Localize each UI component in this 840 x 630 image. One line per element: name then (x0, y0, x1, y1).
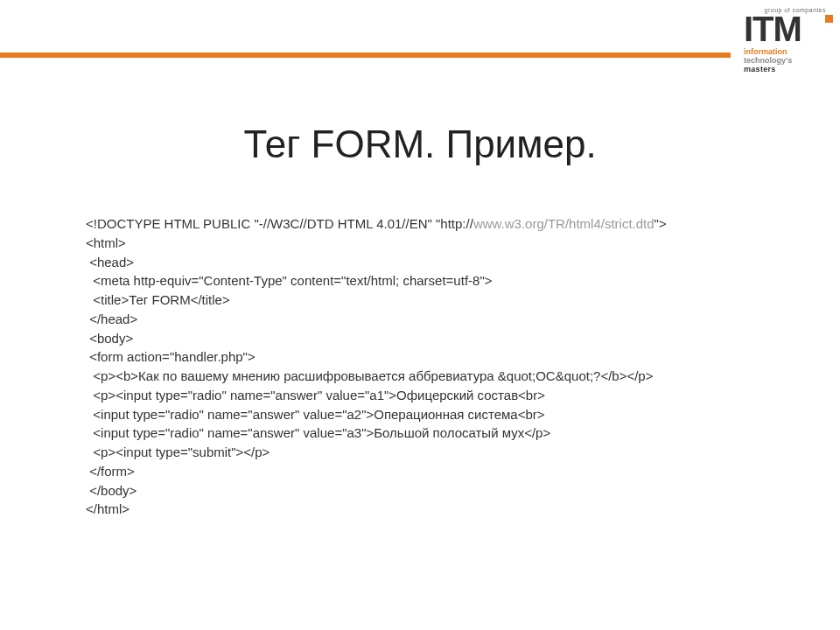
code-line: <!DOCTYPE HTML PUBLIC "-//W3C//DTD HTML … (86, 214, 786, 234)
code-line: </head> (86, 310, 786, 329)
logo: group of companies ITM information techn… (744, 7, 831, 74)
code-block: <!DOCTYPE HTML PUBLIC "-//W3C//DTD HTML … (86, 214, 786, 519)
code-line: </body> (86, 481, 786, 500)
code-line: <input type="radio" name="answer" value=… (86, 405, 786, 424)
code-line: <meta http-equiv="Content-Type" content=… (86, 271, 786, 290)
logo-sub-line3: masters (744, 66, 831, 74)
code-line: <body> (86, 329, 786, 348)
code-line: <p><input type="radio" name="answer" val… (86, 386, 786, 405)
code-line: <title>Тег FORM</title> (86, 290, 786, 310)
code-line: <head> (86, 253, 786, 272)
code-line: <p><b>Как по вашему мнению расшифровывае… (86, 367, 786, 386)
code-line: <input type="radio" name="answer" value=… (86, 424, 786, 443)
logo-brand: ITM (744, 11, 831, 46)
code-line: </form> (86, 462, 786, 481)
code-line: </html> (86, 500, 786, 519)
logo-brand-text: ITM (744, 10, 802, 48)
code-line: <form action="handler.php"> (86, 347, 786, 367)
code-line: <html> (86, 234, 786, 253)
header-accent-bar (0, 52, 731, 58)
code-line: <p><input type="submit"></p> (86, 443, 786, 462)
logo-subtitle: information technology's masters (744, 48, 831, 74)
page-title: Тег FORM. Пример. (0, 122, 840, 166)
logo-dot-icon (825, 15, 833, 23)
